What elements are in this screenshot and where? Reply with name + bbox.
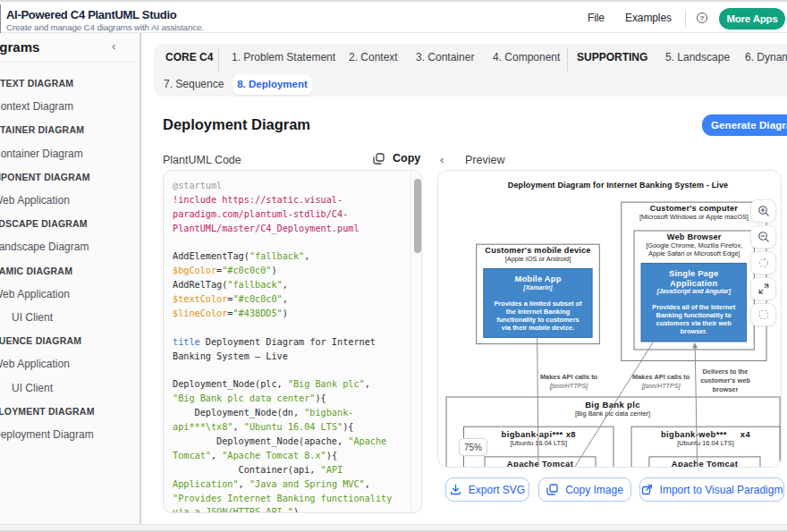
window-edge-artifact	[0, 4, 1, 34]
external-link-icon	[641, 484, 653, 495]
tab[interactable]: 4. Component	[493, 46, 560, 69]
svg-text:browser.: browser.	[680, 327, 707, 335]
sidebar-header: Diagrams ‹	[0, 33, 140, 63]
sidebar-section-label: CONTAINER DIAGRAM	[0, 118, 141, 141]
svg-text:Apache Tomcat: Apache Tomcat	[507, 459, 573, 468]
svg-text:Provides a limited subset of: Provides a limited subset of	[494, 300, 582, 308]
sidebar-section-label: COMPONENT DIAGRAM	[0, 165, 141, 189]
select-region-button[interactable]	[750, 303, 776, 326]
code-scrollbar-thumb[interactable]	[414, 179, 421, 253]
copy-icon	[373, 153, 385, 165]
sidebar-item[interactable]: Landscape Diagram	[0, 235, 141, 258]
more-apps-button[interactable]: More Apps	[719, 8, 785, 30]
svg-text:Provides all of the Internet: Provides all of the Internet	[652, 303, 735, 311]
tab-group-separator	[567, 48, 568, 72]
svg-text:bigbank-api*** x8: bigbank-api*** x8	[502, 429, 576, 439]
svg-text:browser: browser	[713, 385, 739, 393]
zoom-in-icon	[757, 205, 770, 217]
svg-text:[json/HTTPS]: [json/HTTPS]	[641, 382, 681, 390]
code-editor[interactable]: @startuml!include https://static.visual-…	[163, 170, 422, 513]
svg-text:Big Bank plc: Big Bank plc	[585, 400, 640, 410]
generate-diagram-button[interactable]: Generate Diagram	[702, 114, 787, 136]
svg-text:Apple Safari or Microsoft Edge: Apple Safari or Microsoft Edge]	[648, 249, 740, 258]
node-mobile-device: Customer's mobile device [Apple IOS or A…	[477, 244, 600, 343]
sidebar-item[interactable]: Web Application	[0, 352, 141, 376]
sidebar-section-label: LANDSCAPE DIAGRAM	[0, 212, 141, 235]
svg-text:Application: Application	[670, 278, 717, 288]
deployment-diagram: Deployment Diagram for Internet Banking …	[438, 171, 782, 468]
svg-text:[Apple IOS or Android]: [Apple IOS or Android]	[505, 255, 571, 263]
svg-text:[JavaScript and Angular]: [JavaScript and Angular]	[656, 288, 731, 295]
import-to-visual-paradigm-button[interactable]: Import to Visual Paradigm	[639, 477, 784, 502]
copy-icon	[546, 484, 558, 495]
sidebar-section-label: DYNAMIC DIAGRAM	[0, 259, 141, 283]
sidebar-item[interactable]: Context Diagram	[0, 95, 141, 118]
code-panel-label: PlantUML Code	[163, 154, 241, 166]
svg-text:Apache Tomcat: Apache Tomcat	[672, 459, 738, 468]
tab-group-label: CORE C4	[165, 46, 213, 69]
tab-bar: CORE C41. Problem Statement2. Context3. …	[154, 44, 787, 97]
selection-box-icon	[757, 308, 770, 321]
copy-code-button[interactable]: Copy	[373, 152, 420, 165]
svg-text:the Internet Banking: the Internet Banking	[506, 308, 571, 316]
tab[interactable]: 1. Problem Statement	[232, 46, 335, 69]
page-title: Deployment Diagram	[163, 116, 310, 133]
sidebar-section-label: DEPLOYMENT DIAGRAM	[0, 400, 141, 423]
preview-collapse-icon[interactable]: ‹	[440, 153, 444, 166]
download-icon	[450, 484, 461, 495]
tab[interactable]: 5. Landscape	[665, 46, 730, 69]
svg-text:Makes API calls to: Makes API calls to	[540, 373, 598, 381]
svg-text:Makes API calls to: Makes API calls to	[632, 373, 690, 381]
svg-text:bigbank-web*** x4: bigbank-web*** x4	[661, 429, 750, 439]
tab-active[interactable]: 8. Deployment	[233, 74, 312, 95]
fullscreen-button[interactable]	[750, 277, 776, 300]
app-header: AI-Powered C4 PlantUML Studio Create and…	[0, 2, 787, 33]
tab[interactable]: 6. Dynamic	[745, 46, 787, 69]
expand-icon	[757, 283, 770, 295]
node-big-bank: Big Bank plc [Big Bank plc data center] …	[446, 397, 780, 468]
zoom-out-icon	[757, 231, 770, 243]
tab-group-separator	[218, 48, 219, 72]
sidebar-item[interactable]: Web Application	[0, 283, 141, 306]
code-scrollbar-track	[410, 171, 411, 513]
sidebar-section-label: CONTEXT DIAGRAM	[0, 72, 141, 95]
svg-text:Delivers to the: Delivers to the	[703, 367, 749, 376]
zoom-level-badge: 75%	[459, 438, 487, 456]
app-title: AI-Powered C4 PlantUML Studio	[6, 8, 176, 21]
zoom-in-button[interactable]	[750, 199, 776, 223]
svg-text:[Xamarin]: [Xamarin]	[522, 284, 553, 291]
menu-examples[interactable]: Examples	[625, 12, 672, 24]
reset-rotation-icon	[757, 257, 770, 269]
tab[interactable]: 7. Sequence	[164, 74, 224, 95]
sidebar-item[interactable]: Web Application	[0, 189, 141, 212]
svg-text:Mobile App: Mobile App	[514, 274, 561, 283]
help-icon[interactable]: ?	[697, 13, 707, 23]
svg-text:[Google Chrome, Mozilla Firefo: [Google Chrome, Mozilla Firefox,	[646, 241, 742, 249]
diagram-preview: Deployment Diagram for Internet Banking …	[437, 170, 782, 468]
svg-text:customer's web: customer's web	[700, 376, 750, 384]
sidebar-item[interactable]: Deployment Diagram	[0, 423, 141, 446]
svg-text:[Ubuntu 16.04 LTS]: [Ubuntu 16.04 LTS]	[677, 439, 734, 447]
menu-file[interactable]: File	[588, 12, 605, 24]
svg-text:Single Page: Single Page	[669, 268, 718, 278]
header-divider	[685, 10, 686, 28]
app-subtitle: Create and manage C4 diagrams with AI as…	[6, 22, 204, 32]
sidebar-nav: CONTEXT DIAGRAMContext DiagramCONTAINER …	[0, 72, 141, 446]
plantuml-code: @startuml!include https://static.visual-…	[173, 179, 396, 513]
page-bottom-line	[0, 530, 787, 532]
tab[interactable]: 3. Container	[416, 46, 474, 69]
copy-image-button[interactable]: Copy Image	[538, 477, 631, 502]
node-customer-computer: Customer's computer [Microsoft Windows o…	[622, 202, 766, 360]
sidebar-subitem[interactable]: UI Client	[0, 376, 141, 399]
reset-view-button[interactable]	[750, 251, 776, 274]
tab[interactable]: 2. Context	[349, 46, 398, 69]
zoom-out-button[interactable]	[750, 225, 776, 249]
sidebar-collapse-icon[interactable]: ‹	[112, 39, 115, 53]
svg-text:[Microsoft Windows or Apple ma: [Microsoft Windows or Apple macOS]	[639, 213, 749, 221]
svg-text:[Big Bank plc data center]: [Big Bank plc data center]	[575, 410, 650, 418]
sidebar-item[interactable]: Container Diagram	[0, 142, 141, 165]
svg-text:customers via their web: customers via their web	[656, 319, 732, 327]
svg-text:Banking functionality to: Banking functionality to	[656, 311, 732, 319]
export-svg-button[interactable]: Export SVG	[445, 477, 529, 502]
sidebar-subitem[interactable]: UI Client	[0, 306, 141, 329]
